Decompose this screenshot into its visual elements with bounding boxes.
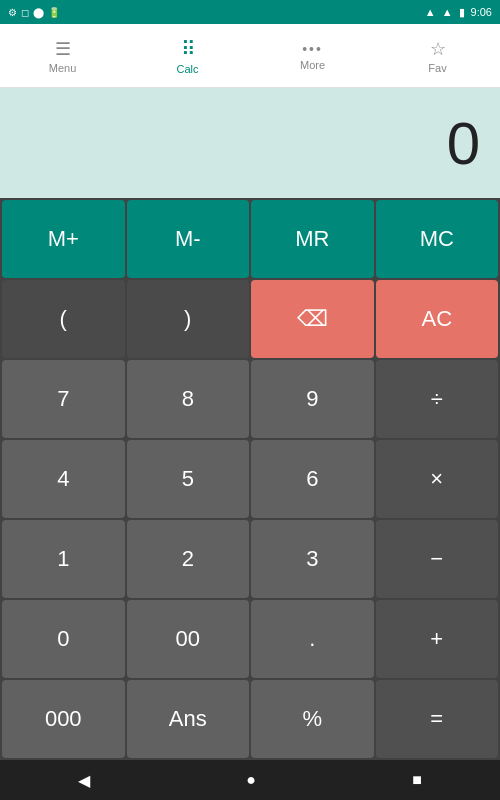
btn-open-paren[interactable]: ( (2, 280, 125, 358)
menu-icon: ☰ (55, 38, 71, 60)
display-value: 0 (447, 109, 480, 178)
signal-icon: ▲ (442, 6, 453, 18)
btn-1[interactable]: 1 (2, 520, 125, 598)
circle-icon: ⬤ (33, 7, 44, 18)
btn-7[interactable]: 7 (2, 360, 125, 438)
btn-m-minus[interactable]: M- (127, 200, 250, 278)
status-bar: ⚙ ◻ ⬤ 🔋 ▲ ▲ ▮ 9:06 (0, 0, 500, 24)
time-display: 9:06 (471, 6, 492, 18)
nav-fav[interactable]: ☆ Fav (375, 24, 500, 87)
btn-0[interactable]: 0 (2, 600, 125, 678)
back-button[interactable]: ◀ (78, 771, 90, 790)
nav-menu[interactable]: ☰ Menu (0, 24, 125, 87)
nav-more[interactable]: ••• More (250, 24, 375, 87)
btn-8[interactable]: 8 (127, 360, 250, 438)
fav-icon: ☆ (430, 38, 446, 60)
btn-dot[interactable]: . (251, 600, 374, 678)
settings-icon: ⚙ (8, 7, 17, 18)
more-label: More (300, 59, 325, 71)
btn-ans[interactable]: Ans (127, 680, 250, 758)
fav-label: Fav (428, 62, 446, 74)
btn-mc[interactable]: MC (376, 200, 499, 278)
btn-9[interactable]: 9 (251, 360, 374, 438)
btn-close-paren[interactable]: ) (127, 280, 250, 358)
btn-divide[interactable]: ÷ (376, 360, 499, 438)
btn-subtract[interactable]: − (376, 520, 499, 598)
battery-icon: 🔋 (48, 7, 60, 18)
nav-bar: ☰ Menu ⠿ Calc ••• More ☆ Fav (0, 24, 500, 88)
btn-00[interactable]: 00 (127, 600, 250, 678)
nav-calc[interactable]: ⠿ Calc (125, 24, 250, 87)
special-row: ( ) ⌫ AC (2, 280, 498, 358)
menu-label: Menu (49, 62, 77, 74)
btn-equals[interactable]: = (376, 680, 499, 758)
home-button[interactable]: ● (246, 771, 256, 789)
calc-label: Calc (176, 63, 198, 75)
battery-level-icon: ▮ (459, 6, 465, 19)
bottom-nav: ◀ ● ■ (0, 760, 500, 800)
row-456: 4 5 6 × (2, 440, 498, 518)
more-icon: ••• (302, 41, 323, 57)
recent-button[interactable]: ■ (412, 771, 422, 789)
row-0-dot: 0 00 . + (2, 600, 498, 678)
btn-3[interactable]: 3 (251, 520, 374, 598)
calculator-grid: M+ M- MR MC ( ) ⌫ AC 7 8 9 ÷ 4 5 6 × 1 2… (0, 198, 500, 760)
camera-icon: ◻ (21, 7, 29, 18)
btn-percent[interactable]: % (251, 680, 374, 758)
wifi-icon: ▲ (425, 6, 436, 18)
btn-5[interactable]: 5 (127, 440, 250, 518)
btn-000[interactable]: 000 (2, 680, 125, 758)
btn-mr[interactable]: MR (251, 200, 374, 278)
memory-row: M+ M- MR MC (2, 200, 498, 278)
btn-add[interactable]: + (376, 600, 499, 678)
btn-ac[interactable]: AC (376, 280, 499, 358)
row-000-equals: 000 Ans % = (2, 680, 498, 758)
btn-2[interactable]: 2 (127, 520, 250, 598)
calc-icon: ⠿ (181, 37, 194, 61)
btn-multiply[interactable]: × (376, 440, 499, 518)
status-right-icons: ▲ ▲ ▮ 9:06 (425, 6, 492, 19)
btn-m-plus[interactable]: M+ (2, 200, 125, 278)
row-789: 7 8 9 ÷ (2, 360, 498, 438)
btn-4[interactable]: 4 (2, 440, 125, 518)
btn-backspace[interactable]: ⌫ (251, 280, 374, 358)
btn-6[interactable]: 6 (251, 440, 374, 518)
row-123: 1 2 3 − (2, 520, 498, 598)
status-left-icons: ⚙ ◻ ⬤ 🔋 (8, 7, 60, 18)
calculator-display: 0 (0, 88, 500, 198)
